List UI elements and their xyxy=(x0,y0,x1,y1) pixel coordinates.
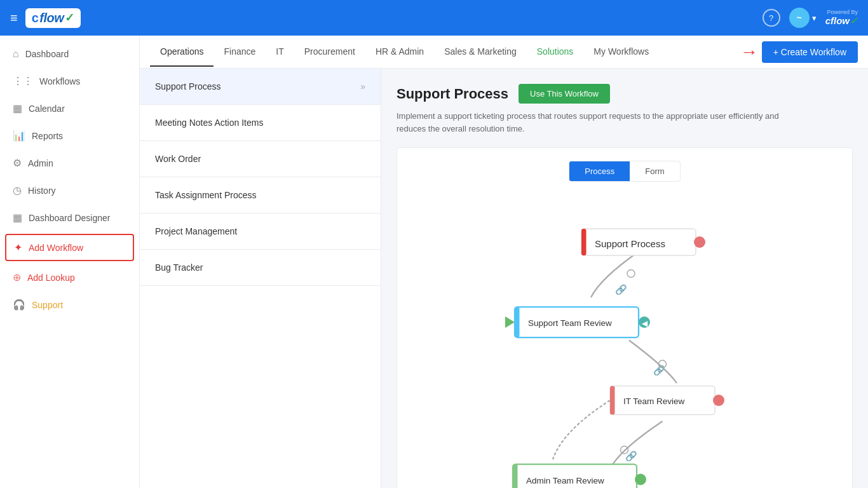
calendar-icon: ▦ xyxy=(13,102,22,114)
support-icon: 🎧 xyxy=(13,299,25,311)
sidebar-item-support[interactable]: 🎧 Support xyxy=(0,291,139,318)
sidebar-item-workflows[interactable]: ⋮⋮ Workflows xyxy=(0,67,139,95)
sidebar-item-label: Support xyxy=(32,300,63,310)
svg-text:🔗: 🔗 xyxy=(615,284,627,295)
avatar-dropdown[interactable]: ▾ xyxy=(812,13,817,23)
sidebar-item-admin[interactable]: ⚙ Admin xyxy=(0,149,139,177)
svg-marker-13 xyxy=(505,316,515,328)
tab-sales-marketing[interactable]: Sales & Marketing xyxy=(434,37,527,67)
sidebar-item-reports[interactable]: 📊 Reports xyxy=(0,122,139,149)
tab-hr-admin[interactable]: HR & Admin xyxy=(365,37,434,67)
nav-tabs: Operations Finance IT Procurement HR & A… xyxy=(150,37,740,67)
svg-rect-19 xyxy=(513,464,518,489)
tab-my-workflows[interactable]: My Workflows xyxy=(583,37,659,67)
workflow-item-meeting-notes[interactable]: Meeting Notes Action Items xyxy=(140,105,381,141)
add-workflow-icon: ✦ xyxy=(14,241,22,254)
workflow-item-project-management[interactable]: Project Management xyxy=(140,214,381,250)
reports-icon: 📊 xyxy=(13,130,25,142)
create-workflow-button[interactable]: + Create Workflow xyxy=(762,41,858,63)
user-menu[interactable]: ~ ▾ xyxy=(789,8,817,28)
powered-by: Powered By cflow✓ xyxy=(825,9,858,27)
process-form-tabs: Process Form xyxy=(569,161,680,182)
workflow-item-task-assignment[interactable]: Task Assignment Process xyxy=(140,177,381,214)
top-nav: Operations Finance IT Procurement HR & A… xyxy=(140,36,868,69)
split-pane: Support Process » Meeting Notes Action I… xyxy=(140,69,868,488)
tab-solutions[interactable]: Solutions xyxy=(527,37,584,67)
app-header: ≡ cflow✓ ? ~ ▾ Powered By cflow✓ xyxy=(0,0,868,36)
sidebar-item-label: Reports xyxy=(32,131,63,141)
svg-text:Support Process: Support Process xyxy=(595,238,665,249)
arrow-indicator: → xyxy=(740,42,758,62)
sidebar-item-history[interactable]: ◷ History xyxy=(0,177,139,204)
sidebar-item-dashboard[interactable]: ⌂ Dashboard xyxy=(0,41,139,67)
sidebar-item-label: Dashboard Designer xyxy=(29,213,110,223)
workflow-item-work-order[interactable]: Work Order xyxy=(140,141,381,177)
admin-icon: ⚙ xyxy=(13,157,22,169)
svg-text:IT Team Review: IT Team Review xyxy=(623,396,685,406)
detail-panel: Support Process Use This Workflow Implem… xyxy=(381,69,868,488)
workflow-item-label: Meeting Notes Action Items xyxy=(155,118,263,128)
sidebar-item-label: Admin xyxy=(28,158,53,168)
process-tab[interactable]: Process xyxy=(569,161,630,181)
svg-rect-9 xyxy=(515,307,520,337)
sidebar-item-label: Dashboard xyxy=(25,49,69,59)
workflow-list: Support Process » Meeting Notes Action I… xyxy=(140,69,381,488)
powered-by-text: Powered By xyxy=(827,9,858,15)
history-icon: ◷ xyxy=(13,184,22,196)
form-tab[interactable]: Form xyxy=(630,161,679,181)
workflow-item-label: Task Assignment Process xyxy=(155,190,257,200)
workflow-diagram: 🔗 🔗 🔗 🔗 Support Process xyxy=(410,202,791,488)
user-avatar[interactable]: ~ xyxy=(789,8,810,28)
add-lookup-icon: ⊕ xyxy=(13,271,21,283)
tab-operations[interactable]: Operations xyxy=(150,37,214,67)
use-workflow-button[interactable]: Use This Workflow xyxy=(519,84,610,104)
sidebar-item-label: Add Workflow xyxy=(29,243,83,253)
svg-point-21 xyxy=(635,474,646,485)
detail-title: Support Process xyxy=(397,86,508,102)
tab-procurement[interactable]: Procurement xyxy=(294,37,365,67)
powered-logo: cflow✓ xyxy=(825,15,858,27)
workflow-item-label: Support Process xyxy=(155,81,221,92)
svg-rect-15 xyxy=(610,386,615,415)
sidebar-item-add-lookup[interactable]: ⊕ Add Lookup xyxy=(0,264,139,291)
workflow-item-label: Bug Tracker xyxy=(155,262,203,273)
sidebar-item-add-workflow[interactable]: ✦ Add Workflow xyxy=(5,234,134,261)
svg-point-7 xyxy=(694,236,705,248)
sidebar-item-label: Add Lookup xyxy=(27,273,75,283)
sidebar-item-calendar[interactable]: ▦ Calendar xyxy=(0,95,139,122)
svg-point-27 xyxy=(627,270,635,278)
app-logo[interactable]: cflow✓ xyxy=(25,8,81,28)
workflow-item-label: Project Management xyxy=(155,226,237,236)
workflow-item-support-process[interactable]: Support Process » xyxy=(140,69,381,105)
workflow-item-label: Work Order xyxy=(155,154,201,164)
svg-text:Admin Team Review: Admin Team Review xyxy=(526,476,604,485)
detail-header: Support Process Use This Workflow xyxy=(397,84,853,104)
tab-finance[interactable]: Finance xyxy=(214,37,266,67)
main-layout: ⌂ Dashboard ⋮⋮ Workflows ▦ Calendar 📊 Re… xyxy=(0,36,868,488)
header-right: ? ~ ▾ Powered By cflow✓ xyxy=(763,8,858,28)
chevron-double-icon: » xyxy=(360,81,365,92)
sidebar-item-label: History xyxy=(28,186,56,196)
svg-rect-5 xyxy=(581,229,587,255)
detail-description: Implement a support ticketing process th… xyxy=(397,110,790,135)
dashboard-designer-icon: ▦ xyxy=(13,212,22,224)
sidebar: ⌂ Dashboard ⋮⋮ Workflows ▦ Calendar 📊 Re… xyxy=(0,36,140,488)
sidebar-item-dashboard-designer[interactable]: ▦ Dashboard Designer xyxy=(0,204,139,231)
diagram-container: Process Form xyxy=(397,147,853,488)
hamburger-menu[interactable]: ≡ xyxy=(10,11,18,25)
help-icon[interactable]: ? xyxy=(763,9,780,27)
svg-text:◀: ◀ xyxy=(642,319,648,328)
workflows-icon: ⋮⋮ xyxy=(13,75,33,87)
workflow-item-bug-tracker[interactable]: Bug Tracker xyxy=(140,250,381,286)
sidebar-item-label: Workflows xyxy=(39,76,80,86)
svg-point-17 xyxy=(713,395,724,406)
sidebar-item-label: Calendar xyxy=(29,104,65,114)
svg-text:Support Team Review: Support Team Review xyxy=(528,318,612,328)
dashboard-icon: ⌂ xyxy=(13,48,19,60)
content-area: Operations Finance IT Procurement HR & A… xyxy=(140,36,868,488)
tab-it[interactable]: IT xyxy=(266,37,294,67)
